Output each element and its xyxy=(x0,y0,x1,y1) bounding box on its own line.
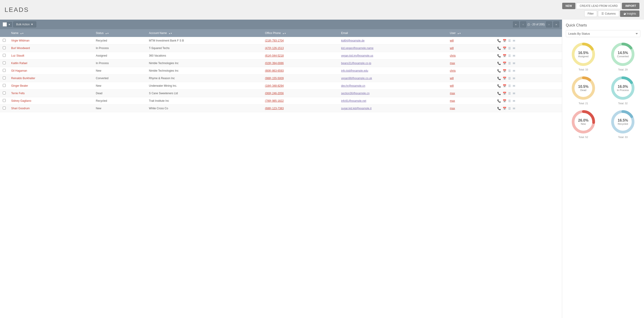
row-checkbox[interactable] xyxy=(3,54,6,57)
email-action-icon[interactable]: ✉ xyxy=(513,84,515,88)
list-action-icon[interactable]: ☰ xyxy=(508,39,511,43)
row-checkbox[interactable] xyxy=(3,61,6,64)
select-dropdown-arrow[interactable]: ▼ xyxy=(7,22,12,27)
chart-selector[interactable]: Leads By Status xyxy=(566,30,640,37)
email-action-icon[interactable]: ✉ xyxy=(513,39,515,43)
calendar-action-icon[interactable]: 📅 xyxy=(503,99,506,103)
row-checkbox[interactable] xyxy=(3,46,6,49)
email-action-icon[interactable]: ✉ xyxy=(513,92,515,95)
row-checkbox[interactable] xyxy=(3,84,6,87)
lead-name-link[interactable]: Gil Hagaman xyxy=(11,69,27,72)
row-checkbox[interactable] xyxy=(3,99,6,102)
user-header[interactable]: User ▲▼ xyxy=(447,29,494,37)
last-page-button[interactable]: » xyxy=(553,22,559,27)
select-all-box[interactable] xyxy=(3,22,7,27)
calendar-action-icon[interactable]: 📅 xyxy=(503,107,506,110)
import-button[interactable]: IMPORT xyxy=(622,3,640,9)
email-header[interactable]: Email xyxy=(338,29,447,37)
phone-action-icon[interactable]: 📞 xyxy=(497,69,501,73)
phone-action-icon[interactable]: 📞 xyxy=(497,107,501,110)
email-link[interactable]: beans31@example.co.jp xyxy=(341,62,371,65)
lead-name-link[interactable]: Terrie Felts xyxy=(11,92,24,95)
user-link[interactable]: will xyxy=(450,77,454,80)
phone-link[interactable]: (184) 348-8294 xyxy=(265,84,284,87)
user-link[interactable]: chris xyxy=(450,69,456,72)
email-link[interactable]: info.kid@example.edu xyxy=(341,69,368,72)
lead-name-link[interactable]: Kaitlin Rafael xyxy=(11,62,27,65)
phone-action-icon[interactable]: 📞 xyxy=(497,39,501,43)
lead-name-link[interactable]: Shari Goodrum xyxy=(11,107,30,110)
lead-name-link[interactable]: Ginger Bealer xyxy=(11,84,28,87)
filter-button[interactable]: Filter xyxy=(584,11,597,17)
phone-action-icon[interactable]: 📞 xyxy=(497,47,501,50)
email-action-icon[interactable]: ✉ xyxy=(513,54,515,58)
phone-action-icon[interactable]: 📞 xyxy=(497,92,501,95)
email-link[interactable]: section36@example.cn xyxy=(341,92,370,95)
email-action-icon[interactable]: ✉ xyxy=(513,69,515,73)
phone-link[interactable]: (806) 863-6593 xyxy=(265,69,284,72)
list-action-icon[interactable]: ☰ xyxy=(508,54,511,58)
email-action-icon[interactable]: ✉ xyxy=(513,62,515,65)
calendar-action-icon[interactable]: 📅 xyxy=(503,92,506,95)
user-link[interactable]: will xyxy=(450,39,454,42)
email-action-icon[interactable]: ✉ xyxy=(513,47,515,50)
calendar-action-icon[interactable]: 📅 xyxy=(503,69,506,73)
list-action-icon[interactable]: ☰ xyxy=(508,47,511,50)
lead-name-link[interactable]: Burl Woodward xyxy=(11,47,30,50)
row-checkbox[interactable] xyxy=(3,69,6,72)
row-checkbox[interactable] xyxy=(3,76,6,79)
list-action-icon[interactable]: ☰ xyxy=(508,77,511,80)
email-action-icon[interactable]: ✉ xyxy=(513,77,515,80)
phone-link[interactable]: (614) 044-5218 xyxy=(265,54,284,57)
calendar-action-icon[interactable]: 📅 xyxy=(503,77,506,80)
email-link[interactable]: vegan.kid.im@example.us xyxy=(341,54,373,57)
email-link[interactable]: sugar.kid.kid@example.it xyxy=(341,107,372,110)
list-action-icon[interactable]: ☰ xyxy=(508,84,511,88)
select-all-checkbox[interactable]: ▼ xyxy=(3,22,12,27)
first-page-button[interactable]: « xyxy=(513,22,519,27)
name-header[interactable]: Name ▲▼ xyxy=(8,29,93,37)
lead-name-link[interactable]: Virgie Wildman xyxy=(11,39,30,42)
calendar-action-icon[interactable]: 📅 xyxy=(503,47,506,50)
phone-header[interactable]: Office Phone ▲▼ xyxy=(262,29,338,37)
insights-button[interactable]: ◕ Insights xyxy=(620,11,640,17)
lead-name-link[interactable]: Reinaldo Burkhalter xyxy=(11,77,35,80)
phone-action-icon[interactable]: 📞 xyxy=(497,99,501,103)
user-link[interactable]: will xyxy=(450,84,454,87)
columns-button[interactable]: ☰ Columns xyxy=(598,11,619,17)
calendar-action-icon[interactable]: 📅 xyxy=(503,54,506,58)
lead-name-link[interactable]: Luz Staudt xyxy=(11,54,24,57)
email-link[interactable]: info91@example.net xyxy=(341,99,366,102)
phone-link[interactable]: (028) 394-0086 xyxy=(265,62,284,65)
phone-action-icon[interactable]: 📞 xyxy=(497,62,501,65)
next-page-button[interactable]: › xyxy=(546,22,552,27)
bulk-action-button[interactable]: Bulk Action ▼ xyxy=(13,22,36,27)
row-checkbox[interactable] xyxy=(3,107,6,110)
phone-action-icon[interactable]: 📞 xyxy=(497,54,501,58)
phone-link[interactable]: (069) 246-2056 xyxy=(265,92,284,95)
list-action-icon[interactable]: ☰ xyxy=(508,92,511,95)
calendar-action-icon[interactable]: 📅 xyxy=(503,62,506,65)
phone-action-icon[interactable]: 📞 xyxy=(497,84,501,88)
list-action-icon[interactable]: ☰ xyxy=(508,69,511,73)
phone-action-icon[interactable]: 📞 xyxy=(497,77,501,80)
email-action-icon[interactable]: ✉ xyxy=(513,99,515,103)
email-link[interactable]: dev.hr@example.cn xyxy=(341,84,365,87)
email-link[interactable]: vegan98@example.co.uk xyxy=(341,77,372,80)
list-action-icon[interactable]: ☰ xyxy=(508,107,511,110)
lead-name-link[interactable]: Sidney Gagliano xyxy=(11,99,31,102)
phone-link[interactable]: (686) 123-7383 xyxy=(265,107,284,110)
email-link[interactable]: kid64@example.de xyxy=(341,39,364,42)
phone-link[interactable]: (789) 985-1822 xyxy=(265,99,284,102)
account-header[interactable]: Account Name ▲▼ xyxy=(146,29,262,37)
phone-link[interactable]: (988) 155-5009 xyxy=(265,77,284,80)
list-action-icon[interactable]: ☰ xyxy=(508,99,511,103)
user-link[interactable]: max xyxy=(450,107,455,110)
calendar-action-icon[interactable]: 📅 xyxy=(503,39,506,43)
new-button[interactable]: NEW xyxy=(562,3,576,9)
user-link[interactable]: max xyxy=(450,92,455,95)
email-link[interactable]: kid.vegan@example.name xyxy=(341,47,374,50)
status-header[interactable]: Status ▲▼ xyxy=(93,29,146,37)
list-action-icon[interactable]: ☰ xyxy=(508,62,511,65)
email-action-icon[interactable]: ✉ xyxy=(513,107,515,110)
